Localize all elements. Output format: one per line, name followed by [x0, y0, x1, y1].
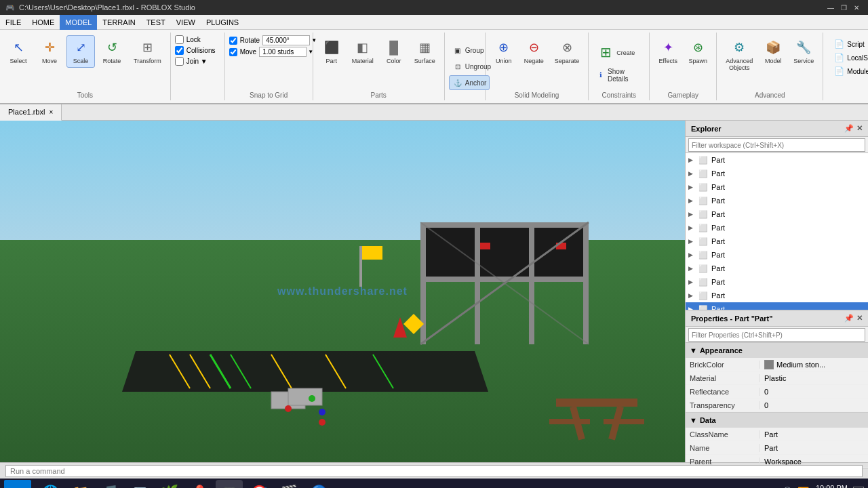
union-button[interactable]: ⊕ Union [490, 35, 518, 68]
properties-close-icon[interactable]: ✕ [856, 314, 863, 323]
move-button[interactable]: ✛ Move [35, 35, 64, 68]
start-button[interactable]: ⊞ [4, 480, 31, 488]
taskbar-app9[interactable]: 🎬 [275, 480, 302, 488]
rotate-button[interactable]: ↺ Rotate [98, 35, 126, 68]
taskbar-app6[interactable]: 📍 [186, 480, 213, 488]
advanced-section-label: Advanced [721, 90, 818, 100]
explorer-item[interactable]: ▶ ⬜ Part [686, 235, 868, 248]
explorer-close-icon[interactable]: ✕ [856, 124, 863, 133]
transform-icon: ⊞ [138, 38, 157, 57]
service-button[interactable]: 🔧 Service [789, 35, 818, 68]
join-checkbox[interactable] [175, 57, 184, 66]
reflectance-value[interactable]: 0 [760, 388, 868, 396]
gameplay-label: Gameplay [654, 90, 712, 100]
explorer-list[interactable]: ▶ ⬜ Part ▶ ⬜ Part ▶ ⬜ Part ▶ ⬜ Part [686, 153, 868, 310]
explorer-item[interactable]: ▶ ⬜ Part [686, 248, 868, 262]
menu-terrain[interactable]: TERRAIN [97, 15, 140, 30]
material-prop-value[interactable]: Plastic [760, 374, 868, 382]
menu-view[interactable]: VIEW [171, 15, 201, 30]
taskbar-app8[interactable]: 🎯 [245, 480, 273, 488]
taskbar-roblox[interactable]: 🎮 [216, 480, 243, 488]
properties-search-input[interactable] [688, 328, 865, 342]
localscript-item[interactable]: 📄 LocalScript [831, 52, 868, 64]
model-button[interactable]: 📦 Model [759, 35, 787, 68]
taskbar-media[interactable]: 🎵 [96, 480, 123, 488]
command-input[interactable] [5, 465, 863, 477]
taskbar-app4[interactable]: 💻 [126, 480, 153, 488]
reflectance-label: Reflectance [686, 388, 760, 396]
group-label: Group [465, 47, 484, 54]
effects-button[interactable]: ✦ Effects [654, 35, 682, 68]
rotate-snap-checkbox[interactable] [229, 37, 237, 45]
solid-section-label: Solid Modeling [490, 90, 585, 100]
close-button[interactable]: ✕ [850, 1, 863, 14]
explorer-item[interactable]: ▶ ⬜ Part [686, 221, 868, 235]
show-details-button[interactable]: ℹ Show Details [593, 66, 645, 85]
spawn-button[interactable]: ⊛ Spawn [684, 35, 712, 68]
taskbar-explorer[interactable]: 📁 [66, 480, 94, 488]
join-label: Join ▼ [186, 58, 208, 65]
name-value[interactable]: Part [760, 444, 868, 452]
data-group-header[interactable]: ▼ Data [686, 413, 868, 428]
menu-model[interactable]: MODEL [60, 15, 97, 30]
data-group: ▼ Data ClassName Part Name Part Parent [686, 413, 868, 469]
menu-plugins[interactable]: PLUGINS [201, 15, 244, 30]
material-button[interactable]: ◧ Material [347, 35, 378, 68]
explorer-item[interactable]: ▶ ⬜ Part [686, 275, 868, 289]
menu-home[interactable]: HOME [26, 15, 60, 30]
separate-button[interactable]: ⊗ Separate [550, 35, 585, 68]
properties-panel: Properties - Part "Part" 📌 ✕ ▼ Appearanc… [686, 310, 868, 469]
spawn-label: Spawn [689, 58, 708, 65]
color-icon: █ [384, 38, 403, 57]
menu-file[interactable]: FILE [0, 15, 26, 30]
tab-place1[interactable]: Place1.rbxl × [0, 104, 62, 121]
menu-test[interactable]: TEST [141, 15, 171, 30]
explorer-item[interactable]: ▶ ⬜ Part [686, 167, 868, 180]
name-row: Name Part [686, 441, 868, 455]
localscript-icon: 📄 [834, 53, 844, 62]
explorer-item[interactable]: ▶ ⬜ Part [686, 180, 868, 194]
lock-checkbox[interactable] [175, 35, 184, 44]
taskbar-app5[interactable]: 🌿 [156, 480, 183, 488]
explorer-item[interactable]: ▶ ⬜ Part [686, 207, 868, 221]
select-button[interactable]: ↖ Select [4, 35, 33, 68]
create-button[interactable]: ⊞ Create [593, 41, 639, 64]
script-item[interactable]: 📄 Script [831, 38, 868, 50]
appearance-group-header[interactable]: ▼ Appearance [686, 343, 868, 358]
name-label: Name [686, 444, 760, 452]
explorer-item[interactable]: ▶ ⬜ Part [686, 262, 868, 275]
explorer-item[interactable]: ▶ ⬜ Part [686, 153, 868, 167]
explorer-item[interactable]: ▶ ⬜ Part [686, 289, 868, 302]
group-button[interactable]: ▣ Group [449, 43, 488, 58]
negate-button[interactable]: ⊖ Negate [519, 35, 549, 68]
select-icon: ↖ [9, 38, 28, 57]
brickcolor-swatch[interactable] [764, 360, 774, 369]
scale-button[interactable]: ⤢ Scale [66, 35, 95, 68]
move-snap-checkbox[interactable] [229, 48, 237, 56]
explorer-search-input[interactable] [688, 138, 865, 152]
scene-grass [0, 240, 685, 462]
explorer-item-selected[interactable]: ▶ ⬜ Part [686, 302, 868, 310]
brickcolor-value[interactable]: Medium ston... [760, 360, 868, 369]
transform-button[interactable]: ⊞ Transform [129, 35, 166, 68]
viewport[interactable]: www.thundershare.net [0, 121, 685, 462]
move-value-dropdown[interactable]: 1.00 studs [259, 47, 307, 57]
collisions-checkbox[interactable] [175, 46, 184, 55]
properties-pin-icon[interactable]: 📌 [844, 314, 854, 323]
part-button[interactable]: ⬛ Part [317, 35, 346, 68]
color-button[interactable]: █ Color [380, 35, 408, 68]
surface-button[interactable]: ▦ Surface [410, 35, 440, 68]
advanced-objects-button[interactable]: ⚙ AdvancedObjects [721, 35, 757, 75]
explorer-item[interactable]: ▶ ⬜ Part [686, 194, 868, 207]
rotate-value-dropdown[interactable]: 45.000° [262, 35, 310, 45]
modulescript-item[interactable]: 📄 ModuleScript [831, 65, 868, 77]
move-snap-label: Move [240, 48, 256, 56]
explorer-pin-icon[interactable]: 📌 [844, 124, 854, 133]
anchor-button[interactable]: ⚓ Anchor [449, 75, 490, 90]
taskbar-app10[interactable]: 🔵 [305, 480, 332, 488]
taskbar-chrome[interactable]: 🌐 [37, 480, 64, 488]
restore-button[interactable]: ❒ [837, 1, 850, 14]
transparency-value[interactable]: 0 [760, 401, 868, 409]
tab-close-button[interactable]: × [49, 108, 53, 116]
minimize-button[interactable]: — [825, 1, 837, 14]
